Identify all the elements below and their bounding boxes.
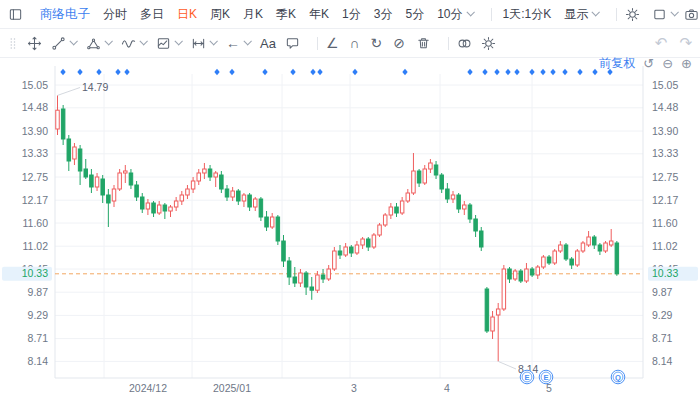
svg-text:15.05: 15.05: [652, 79, 678, 91]
event-markers[interactable]: [60, 69, 612, 75]
event-badge-E[interactable]: E: [520, 370, 534, 384]
chevron-down-icon: [69, 37, 77, 45]
measure-icon: [191, 36, 206, 51]
tab-period-5min[interactable]: 5分: [402, 4, 427, 25]
svg-text:2024/12: 2024/12: [129, 382, 167, 394]
multi-period-setting[interactable]: 1天:1分K: [500, 4, 555, 25]
comment-bubble-icon[interactable]: [285, 36, 300, 51]
tab-period-monthly-k[interactable]: 月K: [240, 4, 266, 25]
reset-zoom-icon[interactable]: ↺: [643, 57, 654, 70]
svg-text:13.33: 13.33: [22, 147, 48, 159]
separator: [616, 8, 617, 21]
delete-drawings-icon[interactable]: [416, 36, 431, 51]
zoom-out-icon[interactable]: ⊖: [662, 57, 673, 70]
toolbar-drag-handle[interactable]: [8, 37, 21, 50]
separator: [491, 8, 492, 21]
grid: [55, 66, 643, 378]
event-badge-E[interactable]: E: [539, 370, 553, 384]
chevron-down-icon: [243, 37, 251, 45]
svg-text:9.29: 9.29: [28, 309, 49, 321]
svg-text:9.87: 9.87: [652, 286, 673, 298]
svg-text:11.02: 11.02: [652, 240, 678, 252]
svg-text:15.05: 15.05: [22, 79, 48, 91]
measure-tool[interactable]: [191, 36, 216, 51]
svg-text:10.33: 10.33: [652, 267, 678, 279]
draw-settings-gear-icon[interactable]: [481, 36, 496, 51]
svg-text:14.48: 14.48: [652, 101, 678, 113]
chevron-down-icon: [466, 8, 474, 16]
separator: [448, 37, 449, 50]
undo-icon[interactable]: ↶: [655, 34, 668, 52]
text-tool[interactable]: Aa: [260, 36, 276, 51]
svg-text:11.60: 11.60: [652, 217, 678, 229]
display-dropdown[interactable]: 显示: [561, 4, 601, 25]
svg-text:8.71: 8.71: [28, 332, 49, 344]
drawing-toolbar: ← Aa ∠ ∩ ↻ ⊘ ↶ ↷: [0, 29, 700, 58]
svg-text:8.71: 8.71: [652, 332, 673, 344]
trendline-icon: [51, 36, 66, 51]
svg-text:E: E: [543, 373, 548, 382]
panel-toggle-icon[interactable]: [8, 7, 23, 22]
svg-text:11.02: 11.02: [23, 240, 49, 252]
stock-name[interactable]: 商络电子: [40, 6, 90, 23]
clone-tool-icon[interactable]: [457, 36, 472, 51]
tab-period-10min-label: 10分: [437, 6, 462, 23]
magnet-tool-icon[interactable]: ∩: [349, 36, 359, 50]
trendline-tool[interactable]: [51, 36, 76, 51]
settings-gear-icon[interactable]: [625, 7, 640, 22]
layout-box-icon: [652, 7, 667, 22]
svg-text:8.14: 8.14: [28, 355, 49, 367]
event-badge-Q[interactable]: Q: [611, 370, 625, 384]
screenshot-camera-icon[interactable]: [684, 7, 699, 22]
chevron-down-icon: [139, 37, 147, 45]
svg-text:Q: Q: [615, 373, 621, 382]
chart-controls: 前复权 ↺ ⊖ ⊕: [599, 55, 692, 71]
tab-period-daily-k[interactable]: 日K: [174, 4, 200, 25]
tab-period-fenshi[interactable]: 分时: [100, 4, 130, 25]
stock-chart-window: 商络电子 分时 多日 日K 周K 月K 季K 年K 1分 3分 5分 10分 1…: [0, 0, 700, 412]
svg-text:4: 4: [444, 382, 450, 394]
tab-period-duori[interactable]: 多日: [137, 4, 167, 25]
svg-text:14.48: 14.48: [22, 101, 48, 113]
shape-tool[interactable]: [86, 36, 111, 51]
top-toolbar: 商络电子 分时 多日 日K 周K 月K 季K 年K 1分 3分 5分 10分 1…: [0, 0, 700, 29]
chevron-down-icon: [671, 8, 679, 16]
svg-text:E: E: [524, 373, 529, 382]
wave-tool[interactable]: [121, 36, 146, 51]
adjust-mode-button[interactable]: 前复权: [599, 55, 635, 72]
separator: [317, 37, 318, 50]
chart-pattern-icon: [156, 36, 171, 51]
svg-text:9.29: 9.29: [652, 309, 673, 321]
kline-chart[interactable]: 15.0515.0514.4814.4813.9013.9013.3313.33…: [0, 56, 700, 412]
wave-icon: [121, 36, 136, 51]
pattern-tool[interactable]: [156, 36, 181, 51]
svg-text:13.90: 13.90: [22, 125, 48, 137]
tab-period-3min[interactable]: 3分: [371, 4, 396, 25]
tab-period-yearly-k[interactable]: 年K: [306, 4, 332, 25]
chevron-down-icon: [592, 8, 600, 16]
svg-text:11.60: 11.60: [23, 217, 49, 229]
svg-text:12.17: 12.17: [22, 194, 48, 206]
tab-period-weekly-k[interactable]: 周K: [207, 4, 233, 25]
candles[interactable]: [56, 95, 619, 361]
tab-period-10min[interactable]: 10分: [434, 4, 475, 25]
svg-text:8.14: 8.14: [652, 355, 673, 367]
redo-icon[interactable]: ↷: [679, 34, 692, 52]
hide-drawings-icon[interactable]: ⊘: [393, 36, 405, 50]
arrow-tool[interactable]: ←: [226, 36, 250, 50]
tab-period-1min[interactable]: 1分: [339, 4, 364, 25]
svg-text:14.79: 14.79: [82, 81, 108, 93]
svg-text:2025/01: 2025/01: [213, 382, 251, 394]
svg-text:3: 3: [351, 382, 357, 394]
layout-select[interactable]: [649, 5, 680, 24]
display-dropdown-label: 显示: [564, 6, 588, 23]
tab-period-quarterly-k[interactable]: 季K: [273, 4, 299, 25]
price-annotations: 14.798.14: [58, 81, 539, 375]
angle-tool-icon[interactable]: ∠: [326, 36, 339, 50]
zoom-in-icon[interactable]: ⊕: [681, 57, 692, 70]
svg-text:13.33: 13.33: [652, 147, 678, 159]
move-cross-icon[interactable]: [27, 36, 42, 51]
undo-redo-group: ↶ ↷: [655, 34, 692, 52]
arrow-left-icon: ←: [226, 36, 240, 50]
continuous-draw-icon[interactable]: ↻: [371, 36, 383, 50]
